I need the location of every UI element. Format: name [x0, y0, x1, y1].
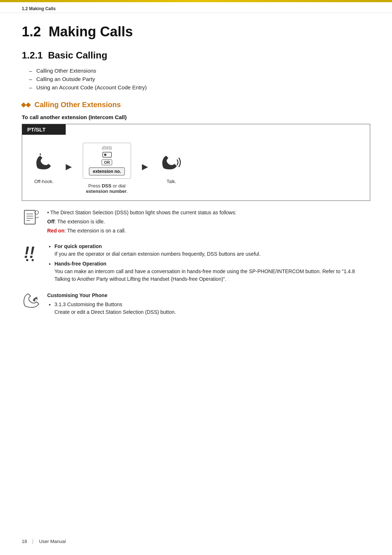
- customising-section: Customising Your Phone 3.1.3 Customising…: [22, 292, 370, 316]
- tip-content: For quick operation If you are the opera…: [47, 243, 370, 285]
- note-dss-content: • The Direct Station Selection (DSS) but…: [47, 209, 370, 236]
- svg-rect-2: [103, 152, 111, 157]
- step3-label: Talk.: [167, 179, 176, 184]
- tip-item-1-bold: For quick operation: [54, 243, 102, 249]
- svg-rect-4: [24, 210, 35, 224]
- customising-content: Customising Your Phone 3.1.3 Customising…: [47, 292, 370, 316]
- subsection-title-text: Calling Other Extensions: [34, 101, 121, 109]
- breadcrumb-text: 1.2 Making Calls: [22, 6, 56, 11]
- chapter-number: 1.2: [22, 24, 41, 39]
- footer-page-number: 18: [22, 539, 27, 544]
- step2-label: Press DSS or dial extension number.: [86, 183, 128, 194]
- arrow-2-icon: ▶: [142, 162, 148, 171]
- note-dss-off: Off: The extension is idle.: [47, 218, 370, 226]
- toc-item-2: Calling an Outside Party: [29, 76, 370, 82]
- customising-phone-icon: [22, 292, 41, 311]
- tip-item-1-text: If you are the operator or dial certain …: [54, 251, 261, 257]
- customising-item-1-text: Create or edit a Direct Station Selectio…: [54, 309, 176, 315]
- page-wrapper: 1.2 Making Calls 1.2 Making Calls 1.2.1 …: [0, 0, 392, 555]
- main-content: 1.2 Making Calls 1.2.1 Basic Calling Cal…: [0, 13, 392, 344]
- svg-text:!!: !!: [24, 243, 34, 261]
- tip-exclamation-icon: !!: [22, 243, 41, 262]
- note-dss-red: Red on: The extension is on a call.: [47, 227, 370, 235]
- page-footer: 18 User Manual: [22, 539, 370, 544]
- step2-extn-bold: extension number: [86, 189, 127, 194]
- step2-group: (DSS) OR extension no. Press DSS or dial…: [83, 143, 131, 194]
- customising-title: Customising Your Phone: [47, 292, 370, 299]
- talk-icon: [159, 153, 184, 174]
- dss-or-label: OR: [102, 159, 112, 165]
- toc-item-3: Using an Account Code (Account Code Entr…: [29, 84, 370, 90]
- ptslt-header: PT/SLT: [22, 124, 66, 135]
- step2-dss-bold: DSS: [102, 183, 111, 189]
- tip-item-2-bold: Hands-free Operation: [54, 261, 106, 267]
- footer-divider: [33, 539, 33, 544]
- chapter-title: Making Calls: [49, 24, 133, 39]
- customising-item-1: 3.1.3 Customising the Buttons Create or …: [54, 301, 370, 316]
- note-book-icon: [22, 209, 41, 228]
- tip-item-2: Hands-free Operation You can make an int…: [54, 260, 370, 283]
- ptslt-box: PT/SLT Off-hook.: [22, 124, 370, 201]
- instruction-heading: To call another extension (Intercom Call…: [22, 114, 370, 120]
- phone-offhook-icon: [33, 153, 55, 174]
- step1-label: Off-hook.: [34, 179, 53, 184]
- toc-list: Calling Other Extensions Calling an Outs…: [22, 68, 370, 90]
- diamond-bullets-icon: [22, 103, 30, 107]
- step3-group: Talk.: [159, 153, 184, 184]
- breadcrumb: 1.2 Making Calls: [0, 2, 392, 13]
- toc-item-1: Calling Other Extensions: [29, 68, 370, 74]
- svg-point-12: [32, 259, 34, 261]
- arrow-1-icon: ▶: [66, 162, 72, 171]
- customising-list: 3.1.3 Customising the Buttons Create or …: [47, 301, 370, 316]
- tip-item-2-text: You can make an intercom call and have a…: [54, 268, 355, 282]
- tip-section: !! For quick operation If you are the op…: [22, 243, 370, 285]
- footer-manual-text: User Manual: [39, 539, 66, 544]
- section-title: Basic Calling: [48, 50, 107, 61]
- tip-list: For quick operation If you are the opera…: [47, 243, 370, 283]
- svg-rect-3: [104, 154, 106, 156]
- tip-item-1: For quick operation If you are the opera…: [54, 243, 370, 258]
- section-heading: 1.2.1 Basic Calling: [22, 50, 370, 61]
- chapter-heading: 1.2 Making Calls: [22, 24, 370, 40]
- dss-button-group: (DSS) OR extension no.: [83, 143, 131, 179]
- note-dss-section: • The Direct Station Selection (DSS) but…: [22, 209, 370, 236]
- dss-small-label: (DSS): [102, 146, 112, 150]
- ptslt-content: Off-hook. ▶ (DSS) OR extension no.: [22, 135, 370, 200]
- dss-phone-icon: [102, 151, 112, 158]
- subsection-title: Calling Other Extensions: [22, 101, 370, 109]
- section-number: 1.2.1: [22, 50, 43, 61]
- svg-point-11: [26, 259, 28, 261]
- step1-group: Off-hook.: [33, 153, 55, 184]
- diamond-2-icon: [26, 102, 31, 107]
- extension-no-button: extension no.: [89, 167, 125, 175]
- note-dss-bullet: • The Direct Station Selection (DSS) but…: [47, 209, 370, 216]
- customising-link: 3.1.3 Customising the Buttons: [54, 301, 122, 307]
